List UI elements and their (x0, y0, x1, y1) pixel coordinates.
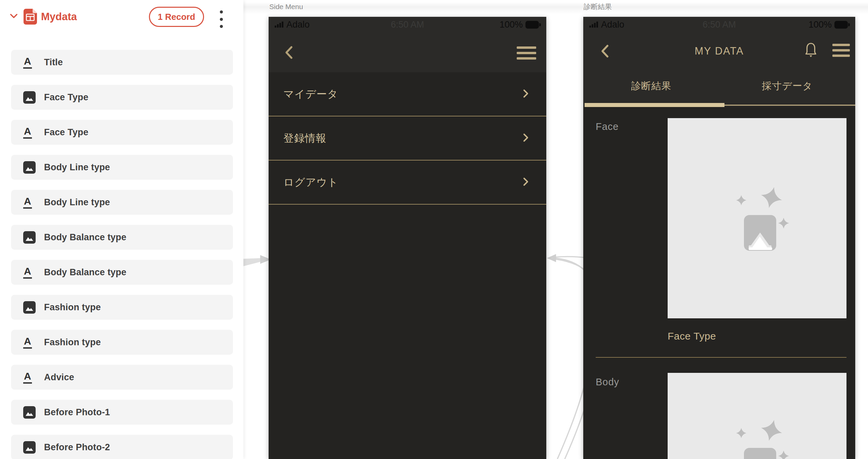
section-label-body: Body (596, 377, 619, 388)
screen-label-side-menu[interactable]: Side Menu (269, 3, 303, 11)
tab-bar: 診断結果採寸データ (583, 69, 855, 103)
hamburger-menu-icon[interactable] (517, 47, 536, 60)
records-count-button[interactable]: 1 Record (149, 7, 204, 27)
field-label: Before Photo-1 (44, 407, 110, 418)
text-field-icon: A (23, 336, 38, 349)
field-row[interactable]: AFashion type (11, 330, 233, 355)
hamburger-menu-icon[interactable] (832, 44, 850, 57)
field-row[interactable]: ABody Line type (11, 190, 233, 215)
field-row[interactable]: Before Photo-1 (11, 400, 233, 425)
field-label: Body Line type (44, 197, 110, 208)
tab-label: 採寸データ (762, 79, 812, 93)
side-menu-list: マイデータ登録情報ログアウト (269, 73, 546, 459)
field-row[interactable]: AAdvice (11, 365, 233, 390)
section-divider (596, 357, 846, 358)
field-row[interactable]: AFace Type (11, 120, 233, 145)
status-bar: Adalo 6:50 AM 100% (269, 17, 546, 32)
image-field-icon (23, 91, 38, 104)
text-field-icon: A (23, 196, 38, 209)
screen-side-menu[interactable]: Adalo 6:50 AM 100% マイデータ登録情報ログアウト (269, 17, 546, 459)
collection-panel: Mydata 1 Record ATitleFace TypeAFace Typ… (0, 0, 243, 459)
field-row[interactable]: Body Balance type (11, 225, 233, 250)
battery-label: 100% (808, 20, 832, 30)
field-label: Fashion type (44, 337, 101, 348)
image-field-icon (23, 161, 38, 174)
field-row[interactable]: Face Type (11, 85, 233, 110)
side-menu-item[interactable]: ログアウト (269, 161, 546, 205)
image-field-icon (23, 231, 38, 243)
tab-label: 診断結果 (631, 79, 671, 93)
field-label: Title (44, 57, 63, 68)
field-label: Face Type (44, 127, 88, 138)
field-label: Advice (44, 372, 74, 382)
collection-spreadsheet-icon (24, 9, 37, 26)
battery-icon (525, 21, 541, 29)
field-row[interactable]: ABody Balance type (11, 260, 233, 285)
field-row[interactable]: ATitle (11, 50, 233, 75)
field-row[interactable]: Fashion type (11, 295, 233, 320)
text-field-icon: A (23, 56, 38, 69)
chevron-right-icon (523, 133, 529, 144)
side-menu-item[interactable]: マイデータ (269, 73, 546, 116)
tab[interactable]: 採寸データ (719, 69, 856, 103)
field-row[interactable]: Body Line type (11, 155, 233, 180)
section-label-face: Face (596, 121, 619, 132)
image-field-icon (23, 406, 38, 419)
menu-item-label: ログアウト (283, 175, 339, 190)
image-field-icon (23, 301, 38, 314)
collection-header: Mydata 1 Record (0, 0, 243, 37)
face-type-caption: Face Type (668, 331, 716, 342)
field-label: Body Balance type (44, 267, 126, 278)
image-field-icon (23, 441, 38, 454)
chevron-down-icon[interactable] (10, 14, 18, 20)
side-menu-item[interactable]: 登録情報 (269, 116, 546, 161)
field-label: Fashion type (44, 302, 101, 313)
battery-label: 100% (500, 20, 523, 30)
flow-connector-left (243, 255, 271, 266)
back-chevron-icon[interactable] (285, 46, 293, 61)
screen-label-diagnosis[interactable]: 診断結果 (584, 2, 612, 11)
active-tab-underline (585, 103, 724, 107)
tab-underline (724, 105, 855, 106)
status-bar: Adalo 6:50 AM 100% (583, 17, 855, 32)
diagnosis-header: Adalo 6:50 AM 100% MY DATA 診断結果 (583, 17, 855, 107)
screen-diagnosis[interactable]: Adalo 6:50 AM 100% MY DATA 診断結果 (583, 17, 855, 459)
records-count-label: 1 Record (158, 12, 195, 22)
text-field-icon: A (23, 126, 38, 139)
field-label: Face Type (44, 92, 88, 103)
bell-icon[interactable] (804, 42, 817, 59)
image-placeholder-icon (722, 184, 793, 253)
tab-active[interactable]: 診断結果 (583, 69, 719, 103)
chevron-right-icon (523, 177, 529, 188)
field-label: Body Line type (44, 162, 110, 173)
field-list: ATitleFace TypeAFace TypeBody Line typeA… (11, 50, 233, 459)
side-menu-header: Adalo 6:50 AM 100% (269, 17, 546, 73)
collection-title[interactable]: Mydata (41, 11, 77, 23)
image-placeholder-icon (722, 417, 793, 459)
menu-item-label: マイデータ (283, 87, 338, 101)
field-row[interactable]: Before Photo-2 (11, 435, 233, 459)
kebab-menu-icon[interactable] (219, 10, 223, 28)
text-field-icon: A (23, 371, 38, 383)
menu-item-label: 登録情報 (283, 131, 327, 145)
field-label: Before Photo-2 (44, 442, 110, 453)
face-image-placeholder[interactable] (668, 118, 846, 318)
battery-icon (834, 21, 850, 29)
text-field-icon: A (23, 266, 38, 279)
chevron-right-icon (523, 89, 529, 99)
field-label: Body Balance type (44, 232, 126, 242)
body-image-placeholder[interactable] (668, 373, 846, 459)
